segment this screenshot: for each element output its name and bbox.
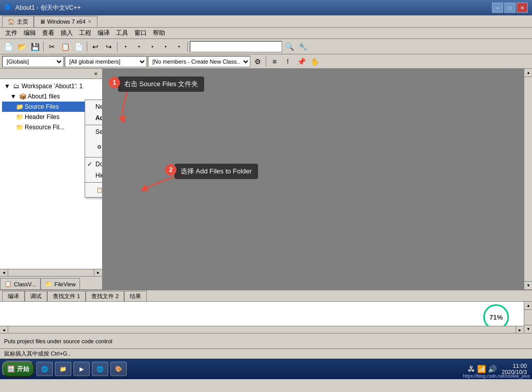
menu-window[interactable]: 窗口 (131, 28, 150, 38)
bottom-tab-results[interactable]: 结果 (124, 291, 147, 301)
bottom-tab-debug[interactable]: 调试 (25, 291, 47, 301)
ctx-settings[interactable]: Settings... (85, 126, 103, 138)
tb-b1[interactable]: ▪ (120, 41, 132, 53)
content-vscroll[interactable]: ▲ ▼ (524, 69, 532, 289)
tb-redo[interactable]: ↪ (103, 41, 115, 53)
input-hint: 鼠标插入其中或按 Ctrl+G.. (0, 348, 532, 359)
hscroll-right[interactable]: ► (94, 269, 102, 277)
tb-search-input[interactable] (190, 41, 282, 52)
status-text: Puts project files under source code con… (4, 338, 112, 344)
tb-open[interactable]: 📂 (15, 41, 28, 53)
taskbar-icon-2: 📁 (60, 366, 67, 373)
vscroll-down[interactable]: ▼ (524, 281, 532, 289)
sidebar-hscroll[interactable]: ◄ ► (0, 269, 102, 276)
sidebar-tab-fileview[interactable]: 📁 FileView (41, 278, 80, 289)
bhscroll-right[interactable]: ► (516, 326, 524, 334)
bvscroll-down[interactable]: ▼ (524, 325, 532, 333)
annotation-2-text: 选择 Add Files to Folder (181, 167, 252, 175)
status-bar: Puts project files under source code con… (0, 333, 532, 348)
sidebar: ✕ ▼ 🗂 Workspace 'About1': 1 ▼ 📦 About1 f… (0, 69, 103, 289)
header-icon: 📁 (15, 113, 24, 121)
ctx-settings-label: Settings... (95, 128, 103, 135)
menu-project[interactable]: 工程 (76, 28, 94, 38)
menu-file[interactable]: 文件 (2, 28, 21, 38)
tb2-b1[interactable]: ≡ (268, 55, 281, 68)
tb-search-btn[interactable]: 🔍 (283, 41, 295, 53)
tb-settings-btn[interactable]: 🔧 (297, 41, 309, 53)
bottom-tab-find2[interactable]: 查找文件 2 (86, 291, 124, 301)
tb2-gear[interactable]: ⚙ (251, 55, 264, 68)
tb-save[interactable]: 💾 (29, 41, 41, 53)
tb-b5[interactable]: ▪ (173, 41, 185, 53)
ctx-add-files-label: Add Files to Folder... (95, 114, 103, 122)
tb-paste[interactable]: 📄 (72, 41, 85, 53)
minimize-button[interactable]: ─ (492, 3, 503, 13)
fileview-label: FileView (54, 281, 75, 287)
taskbar-icon-1: 🌐 (41, 366, 48, 373)
menu-bar: 文件 编辑 查看 插入 工程 编译 工具 窗口 帮助 (0, 28, 532, 39)
annotation-1-box: 右击 Source Files 文件夹 (118, 76, 204, 92)
tb-copy[interactable]: 📋 (59, 41, 71, 53)
tb2-b4[interactable]: ✋ (308, 55, 321, 68)
tb-cut[interactable]: ✂ (46, 41, 58, 53)
tab-win7-close[interactable]: ✕ (88, 19, 92, 24)
menu-insert[interactable]: 插入 (57, 28, 76, 38)
tb2-b3[interactable]: 📌 (295, 55, 307, 68)
sidebar-tab-classview[interactable]: 📋 ClassV... (0, 278, 41, 289)
tb2-sep (266, 56, 266, 67)
ctx-add-source[interactable]: ⚙ Add to Source Control... (85, 138, 103, 156)
tb-b3[interactable]: ▪ (146, 41, 159, 53)
vscroll-up[interactable]: ▲ (524, 69, 532, 77)
class-select[interactable]: [No members - Create New Class...] (148, 56, 250, 67)
tab-win7[interactable]: 🖥 Windows 7 x64 ✕ (34, 16, 97, 27)
url-display: https://blog.csdn.net/cookie_pius (461, 373, 532, 379)
tb2-b2[interactable]: ! (282, 55, 294, 68)
taskbar-item-3[interactable]: ▶ (73, 362, 90, 376)
hscroll-left[interactable]: ◄ (0, 269, 8, 277)
systray: 🖧 📶 🔊 11:00 2020/10/3 https://blog.csdn.… (468, 359, 532, 379)
tb-new[interactable]: 📄 (2, 41, 14, 53)
tree-item-workspace[interactable]: ▼ 🗂 Workspace 'About1': 1 (2, 81, 100, 91)
ctx-docking[interactable]: Docking View (85, 159, 103, 170)
ctx-hide[interactable]: Hide (85, 170, 103, 181)
bottom-tab-find1[interactable]: 查找文件 1 (47, 291, 86, 301)
menu-compile[interactable]: 编译 (94, 28, 113, 38)
tb-undo[interactable]: ↩ (89, 41, 102, 53)
content-area: ▲ ▼ 右击 Source Files 文件夹 1 选择 Add Files t… (103, 69, 532, 289)
menu-help[interactable]: 帮助 (150, 28, 168, 38)
taskbar-item-1[interactable]: 🌐 (36, 362, 53, 376)
bottom-vscroll[interactable]: ▲ ▼ (524, 302, 532, 333)
ctx-properties[interactable]: 📋 Properties (85, 184, 103, 196)
tb-b2[interactable]: ▪ (133, 41, 145, 53)
menu-tools[interactable]: 工具 (113, 28, 131, 38)
ctx-sep3 (85, 182, 103, 183)
progress-percent: 71% (489, 313, 503, 321)
header-label: Header Files (25, 113, 60, 121)
ctx-hide-label: Hide (95, 172, 103, 179)
taskbar-icon-5: 🎨 (115, 366, 122, 373)
start-orb-icon: 🪟 (7, 365, 15, 373)
taskbar-item-4[interactable]: 🌐 (92, 362, 108, 376)
menu-view[interactable]: 查看 (39, 28, 57, 38)
ctx-add-files[interactable]: Add Files to Folder... (85, 112, 103, 124)
vscroll-thumb[interactable] (524, 77, 532, 281)
tb-b4[interactable]: ▪ (160, 41, 172, 53)
classview-icon: 📋 (5, 281, 12, 287)
tab-home[interactable]: 🏠 主页 (2, 16, 34, 27)
globals-select[interactable]: [Globals] (2, 56, 64, 67)
start-button[interactable]: 🪟 开始 (2, 361, 34, 377)
sidebar-close-btn[interactable]: ✕ (92, 70, 100, 78)
bottom-hscroll[interactable]: ◄ ► (0, 326, 524, 333)
close-button[interactable]: ✕ (517, 3, 528, 13)
menu-edit[interactable]: 编辑 (21, 28, 39, 38)
bottom-tab-compile[interactable]: 编译 (2, 291, 25, 301)
taskbar-item-2[interactable]: 📁 (55, 362, 71, 376)
members-select[interactable]: [All global members] (65, 56, 147, 67)
bhscroll-left[interactable]: ◄ (0, 326, 8, 334)
taskbar-item-5[interactable]: 🎨 (110, 362, 127, 376)
bvscroll-up[interactable]: ▲ (524, 302, 532, 310)
start-label: 开始 (17, 365, 29, 374)
maximize-button[interactable]: □ (504, 3, 516, 13)
ctx-sep1 (85, 125, 103, 125)
ctx-new-folder[interactable]: New Folder... (85, 101, 103, 112)
